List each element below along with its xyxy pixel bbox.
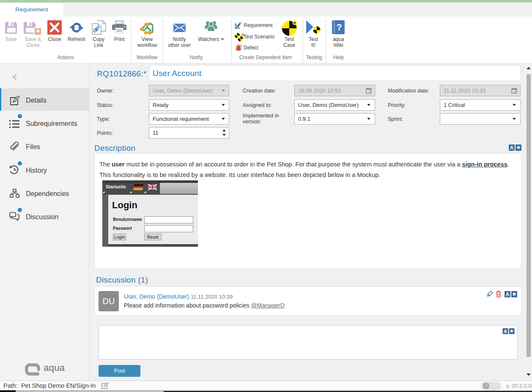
svg-text:A: A — [504, 329, 507, 334]
svg-text:A: A — [506, 291, 510, 297]
svg-text:A: A — [510, 145, 514, 151]
svg-text:?: ? — [336, 22, 342, 33]
